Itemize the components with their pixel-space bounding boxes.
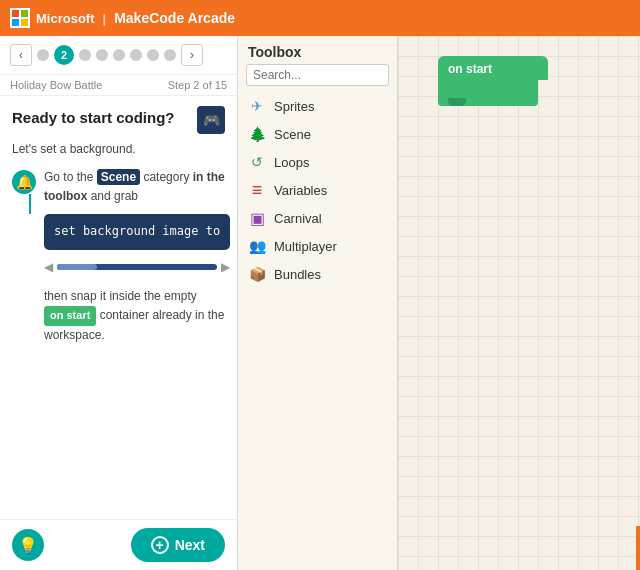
sprites-icon: ✈ bbox=[248, 97, 266, 115]
scrollbar-thumb bbox=[57, 264, 97, 270]
tutorial-icon: 🎮 bbox=[197, 106, 225, 134]
code-block: set background image to bbox=[54, 222, 220, 241]
loops-label: Loops bbox=[274, 155, 309, 170]
toolbox-item-bundles[interactable]: 📦 Bundles bbox=[238, 260, 397, 288]
back-button[interactable]: ‹ bbox=[10, 44, 32, 66]
next-label: Next bbox=[175, 537, 205, 553]
bottom-buttons: 💡 + Next bbox=[0, 519, 237, 570]
header: Microsoft | MakeCode Arcade bbox=[0, 0, 640, 36]
hint-button[interactable]: 💡 bbox=[12, 529, 44, 561]
scroll-right-arrow[interactable]: ▶ bbox=[221, 258, 230, 277]
instruction-2-pre: then snap it inside the empty bbox=[44, 289, 197, 303]
brand-label: Microsoft bbox=[36, 11, 95, 26]
code-scrollbar[interactable] bbox=[57, 264, 217, 270]
scene-highlight: Scene bbox=[97, 169, 140, 185]
header-divider: | bbox=[103, 11, 107, 26]
toolbox-item-sprites[interactable]: ✈ Sprites bbox=[238, 92, 397, 120]
step-dot-3 bbox=[79, 49, 91, 61]
instruction-1-rest: and grab bbox=[87, 189, 138, 203]
next-button[interactable]: + Next bbox=[131, 528, 225, 562]
on-start-notch bbox=[448, 98, 466, 106]
variables-label: Variables bbox=[274, 183, 327, 198]
instruction-1-pre: Go to the bbox=[44, 170, 97, 184]
tutorial-subtext: Let's set a background. bbox=[12, 140, 225, 158]
next-plus-icon: + bbox=[151, 536, 169, 554]
instruction-step-2-text: then snap it inside the empty on start c… bbox=[12, 287, 225, 345]
toolbox-search[interactable]: 🔍 bbox=[246, 64, 389, 86]
on-start-badge: on start bbox=[44, 306, 96, 326]
step-dot-4 bbox=[96, 49, 108, 61]
step-dot-5 bbox=[113, 49, 125, 61]
bundles-icon: 📦 bbox=[248, 265, 266, 283]
step-dot-active: 2 bbox=[54, 45, 74, 65]
on-start-block[interactable]: on start bbox=[438, 56, 548, 80]
variables-icon: ≡ bbox=[248, 181, 266, 199]
forward-button[interactable]: › bbox=[181, 44, 203, 66]
multiplayer-label: Multiplayer bbox=[274, 239, 337, 254]
scene-label: Scene bbox=[274, 127, 311, 142]
step-dot-7 bbox=[147, 49, 159, 61]
step-text-1: Go to the Scene category in the toolbox … bbox=[44, 168, 230, 277]
toolbox-header: Toolbox bbox=[238, 36, 397, 64]
app-title: MakeCode Arcade bbox=[114, 10, 235, 26]
instruction-step-1: 🔔 Go to the Scene category in the toolbo… bbox=[12, 168, 225, 277]
toolbox-item-loops[interactable]: ↺ Loops bbox=[238, 148, 397, 176]
toolbox-panel: Toolbox 🔍 ✈ Sprites 🌲 Scene ↺ Loops ≡ Va… bbox=[238, 36, 398, 570]
step-connector bbox=[29, 194, 31, 214]
on-start-block-container: on start bbox=[438, 56, 548, 106]
tutorial-name: Holiday Bow Battle bbox=[10, 79, 102, 91]
tutorial-heading: Ready to start coding? bbox=[12, 109, 175, 126]
carnival-icon: ▣ bbox=[248, 209, 266, 227]
bundles-label: Bundles bbox=[274, 267, 321, 282]
toolbox-item-variables[interactable]: ≡ Variables bbox=[238, 176, 397, 204]
step-nav: ‹ 2 › bbox=[0, 36, 237, 75]
tutorial-info: Holiday Bow Battle Step 2 of 15 bbox=[0, 75, 237, 96]
header-logo: Microsoft | MakeCode Arcade bbox=[10, 8, 235, 28]
code-block-wrapper: set background image to bbox=[44, 214, 230, 249]
multiplayer-icon: 👥 bbox=[248, 237, 266, 255]
step-label: Step 2 of 15 bbox=[168, 79, 227, 91]
scene-icon: 🌲 bbox=[248, 125, 266, 143]
step-bubble-1: 🔔 bbox=[12, 170, 36, 194]
step-dot-6 bbox=[130, 49, 142, 61]
workspace-canvas[interactable]: on start bbox=[398, 36, 640, 570]
toolbox-item-carnival[interactable]: ▣ Carnival bbox=[238, 204, 397, 232]
instruction-1-post: category bbox=[140, 170, 189, 184]
tutorial-content: Ready to start coding? 🎮 Let's set a bac… bbox=[0, 96, 237, 519]
scroll-left-arrow[interactable]: ◀ bbox=[44, 258, 53, 277]
step-dot-1 bbox=[37, 49, 49, 61]
toolbox-item-multiplayer[interactable]: 👥 Multiplayer bbox=[238, 232, 397, 260]
main-layout: ‹ 2 › Holiday Bow Battle Step 2 of 15 Re… bbox=[0, 36, 640, 570]
on-start-block-body bbox=[438, 80, 538, 106]
search-input[interactable] bbox=[253, 68, 403, 82]
step-dot-8 bbox=[164, 49, 176, 61]
toolbox-item-scene[interactable]: 🌲 Scene bbox=[238, 120, 397, 148]
loops-icon: ↺ bbox=[248, 153, 266, 171]
workspace: on start 💾 Download ··· ☁ bbox=[398, 36, 640, 570]
microsoft-icon bbox=[10, 8, 30, 28]
carnival-label: Carnival bbox=[274, 211, 322, 226]
sprites-label: Sprites bbox=[274, 99, 314, 114]
left-panel: ‹ 2 › Holiday Bow Battle Step 2 of 15 Re… bbox=[0, 36, 238, 570]
bottom-bar: 💾 Download ··· ☁ bbox=[636, 526, 640, 570]
